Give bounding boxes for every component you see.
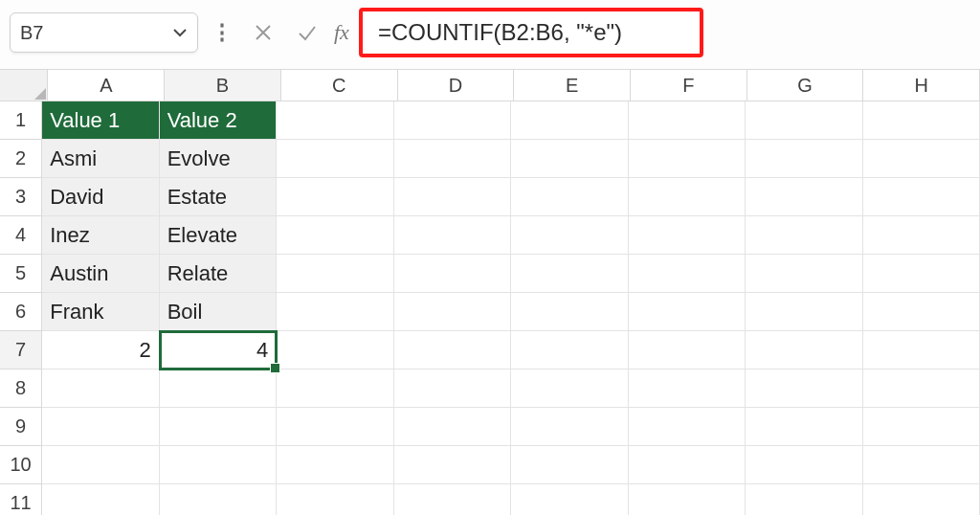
- accept-formula-button[interactable]: [290, 13, 324, 52]
- cell-E9[interactable]: [511, 408, 628, 446]
- cancel-formula-button[interactable]: [246, 13, 280, 52]
- cell-H6[interactable]: [863, 293, 980, 331]
- row-header-8[interactable]: 8: [0, 369, 42, 408]
- cell-A10[interactable]: [42, 446, 159, 484]
- cell-E6[interactable]: [511, 293, 628, 331]
- cell-G6[interactable]: [746, 293, 862, 331]
- cell-H2[interactable]: [863, 140, 980, 178]
- col-header-D[interactable]: D: [398, 70, 515, 101]
- formula-input[interactable]: =COUNTIF(B2:B6, "*e"): [359, 8, 703, 57]
- cell-E3[interactable]: [511, 178, 628, 216]
- cell-F4[interactable]: [629, 216, 746, 255]
- cell-H9[interactable]: [863, 408, 980, 446]
- cell-C1[interactable]: [277, 101, 393, 140]
- cell-G5[interactable]: [746, 255, 862, 293]
- cell-E5[interactable]: [511, 255, 628, 293]
- cell-C2[interactable]: [277, 140, 393, 178]
- cell-G2[interactable]: [746, 140, 862, 178]
- row-header-3[interactable]: 3: [0, 178, 42, 216]
- cell-E2[interactable]: [511, 140, 628, 178]
- cell-C3[interactable]: [277, 178, 393, 216]
- row-header-1[interactable]: 1: [0, 101, 42, 140]
- cell-E7[interactable]: [511, 331, 628, 369]
- cell-B5[interactable]: Relate: [160, 255, 277, 293]
- cell-G11[interactable]: [746, 484, 862, 515]
- cell-H11[interactable]: [863, 484, 980, 515]
- cell-E8[interactable]: [511, 369, 628, 408]
- fill-handle[interactable]: [270, 363, 280, 373]
- select-all-triangle[interactable]: [0, 70, 48, 101]
- cell-F9[interactable]: [629, 408, 746, 446]
- cell-D9[interactable]: [394, 408, 511, 446]
- cell-D1[interactable]: [394, 101, 511, 140]
- col-header-E[interactable]: E: [514, 70, 631, 101]
- col-header-G[interactable]: G: [747, 70, 864, 101]
- cell-F2[interactable]: [629, 140, 746, 178]
- cell-G10[interactable]: [746, 446, 862, 484]
- cell-C9[interactable]: [277, 408, 393, 446]
- cell-A7[interactable]: 2: [42, 331, 159, 369]
- cell-C11[interactable]: [277, 484, 393, 515]
- col-header-C[interactable]: C: [281, 70, 398, 101]
- cell-B8[interactable]: [160, 369, 277, 408]
- cell-B3[interactable]: Estate: [160, 178, 277, 216]
- cell-A9[interactable]: [42, 408, 159, 446]
- cell-A6[interactable]: Frank: [42, 293, 159, 331]
- cell-H10[interactable]: [863, 446, 980, 484]
- cell-F8[interactable]: [629, 369, 746, 408]
- cell-D10[interactable]: [394, 446, 511, 484]
- row-header-2[interactable]: 2: [0, 140, 42, 178]
- cell-D7[interactable]: [394, 331, 511, 369]
- row-header-9[interactable]: 9: [0, 408, 42, 446]
- col-header-A[interactable]: A: [48, 70, 165, 101]
- cell-C7[interactable]: [277, 331, 393, 369]
- cell-B4[interactable]: Elevate: [160, 216, 277, 255]
- cell-G3[interactable]: [746, 178, 862, 216]
- cell-H3[interactable]: [863, 178, 980, 216]
- name-box[interactable]: B7: [10, 12, 198, 53]
- row-header-11[interactable]: 11: [0, 484, 42, 515]
- cell-F11[interactable]: [629, 484, 746, 515]
- cell-D8[interactable]: [394, 369, 511, 408]
- cell-H7[interactable]: [863, 331, 980, 369]
- cell-D11[interactable]: [394, 484, 511, 515]
- cell-D6[interactable]: [394, 293, 511, 331]
- cell-F6[interactable]: [629, 293, 746, 331]
- cell-G7[interactable]: [746, 331, 862, 369]
- cell-A4[interactable]: Inez: [42, 216, 159, 255]
- cell-G9[interactable]: [746, 408, 862, 446]
- cell-F7[interactable]: [629, 331, 746, 369]
- row-header-6[interactable]: 6: [0, 293, 42, 331]
- row-header-5[interactable]: 5: [0, 255, 42, 293]
- col-header-B[interactable]: B: [165, 70, 281, 101]
- cell-H8[interactable]: [863, 369, 980, 408]
- cell-A1[interactable]: Value 1: [42, 101, 159, 140]
- cell-D2[interactable]: [394, 140, 511, 178]
- cell-G1[interactable]: [746, 101, 862, 140]
- cell-D3[interactable]: [394, 178, 511, 216]
- cell-G8[interactable]: [746, 369, 862, 408]
- cell-G4[interactable]: [746, 216, 862, 255]
- cell-B11[interactable]: [160, 484, 277, 515]
- cell-D5[interactable]: [394, 255, 511, 293]
- cell-B6[interactable]: Boil: [160, 293, 277, 331]
- cell-C4[interactable]: [277, 216, 393, 255]
- cell-F5[interactable]: [629, 255, 746, 293]
- cell-C6[interactable]: [277, 293, 393, 331]
- cell-E4[interactable]: [511, 216, 628, 255]
- cell-E11[interactable]: [511, 484, 628, 515]
- cell-B7[interactable]: 4: [160, 331, 277, 369]
- row-header-7[interactable]: 7: [0, 331, 42, 369]
- cell-A2[interactable]: Asmi: [42, 140, 159, 178]
- cell-A11[interactable]: [42, 484, 159, 515]
- cell-B1[interactable]: Value 2: [160, 101, 277, 140]
- cell-H4[interactable]: [863, 216, 980, 255]
- cell-C5[interactable]: [277, 255, 393, 293]
- cell-B2[interactable]: Evolve: [160, 140, 277, 178]
- cell-F3[interactable]: [629, 178, 746, 216]
- col-header-F[interactable]: F: [631, 70, 747, 101]
- row-header-10[interactable]: 10: [0, 446, 42, 484]
- cell-E10[interactable]: [511, 446, 628, 484]
- col-header-H[interactable]: H: [863, 70, 980, 101]
- cell-H5[interactable]: [863, 255, 980, 293]
